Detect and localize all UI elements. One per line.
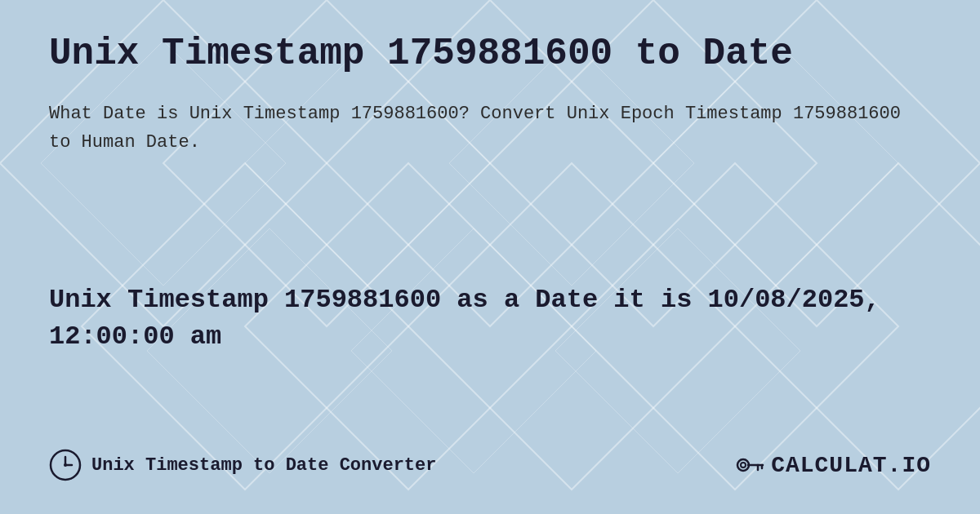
calculat-logo[interactable]: CALCULAT.IO <box>735 450 931 480</box>
svg-point-24 <box>64 463 67 467</box>
page-description: What Date is Unix Timestamp 1759881600? … <box>49 100 931 157</box>
clock-icon <box>49 449 82 481</box>
result-text: Unix Timestamp 1759881600 as a Date it i… <box>49 282 931 356</box>
footer-label: Unix Timestamp to Date Converter <box>91 455 436 476</box>
logo-icon <box>735 450 764 480</box>
footer-converter-link[interactable]: Unix Timestamp to Date Converter <box>49 449 436 481</box>
logo-text: CALCULAT.IO <box>771 453 931 478</box>
svg-point-26 <box>741 463 746 467</box>
page-title: Unix Timestamp 1759881600 to Date <box>49 33 931 75</box>
